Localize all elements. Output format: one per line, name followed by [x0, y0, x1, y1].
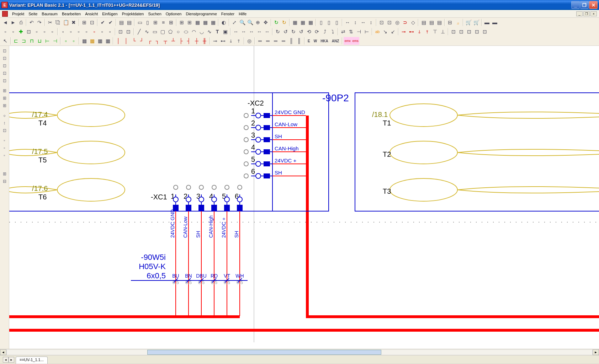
- tool-c5[interactable]: ⊢: [43, 37, 51, 45]
- tool-con1-icon[interactable]: ⊸: [400, 28, 408, 36]
- tool-paste-icon[interactable]: 📋: [62, 18, 70, 26]
- tool-list2-icon[interactable]: ▤: [435, 18, 443, 26]
- tool-cut-icon[interactable]: ✂: [46, 18, 54, 26]
- tool-term2[interactable]: ⊷: [219, 37, 227, 45]
- tool-c2[interactable]: ⊐: [20, 37, 28, 45]
- tool-h2[interactable]: ═: [264, 37, 272, 45]
- tool-poly-icon[interactable]: ⬠: [166, 28, 174, 36]
- tool-r2-12[interactable]: ▫: [90, 28, 98, 36]
- tool-wire-tl[interactable]: ├: [177, 37, 185, 45]
- scroll-left-button[interactable]: ◄: [0, 349, 6, 355]
- tab-next-button[interactable]: ►: [9, 357, 14, 363]
- tool-circle-icon[interactable]: ○: [174, 28, 182, 36]
- tool-con3-icon[interactable]: ⫰: [415, 28, 423, 36]
- tool-h5[interactable]: ║: [287, 37, 295, 45]
- tool-trim-icon[interactable]: ⊢: [363, 28, 371, 36]
- menu-bearbeiten[interactable]: Bearbeiten: [60, 11, 83, 17]
- scroll-right-button[interactable]: ►: [593, 349, 599, 355]
- scroll-track[interactable]: [6, 349, 593, 355]
- side-6[interactable]: ⊞: [1, 87, 9, 94]
- tool-rrect-icon[interactable]: ▢: [159, 28, 166, 36]
- tool-sym3-icon[interactable]: ⊡: [465, 28, 473, 36]
- tool-list-icon[interactable]: ▤: [428, 18, 435, 26]
- tool-r2-3[interactable]: ✚: [17, 28, 25, 36]
- tool-mirror2-icon[interactable]: ⇅: [347, 28, 355, 36]
- tool-con4-icon[interactable]: ⫯: [423, 28, 431, 36]
- tool-r2-6[interactable]: ▫: [41, 28, 48, 36]
- tool-snap4-icon[interactable]: ◇: [409, 18, 417, 26]
- tool-doc3-icon[interactable]: ▯: [333, 18, 341, 26]
- tool-con2-icon[interactable]: ⊷: [408, 28, 415, 36]
- tool-props2-icon[interactable]: ▤: [125, 18, 133, 26]
- tool-pan-icon[interactable]: ✥: [262, 18, 270, 26]
- tool-wire-up[interactable]: │: [115, 37, 122, 45]
- document-tab[interactable]: ==UV-1_1.1...: [16, 357, 48, 364]
- tool-ellipse-icon[interactable]: ⬭: [182, 28, 190, 36]
- menu-ansicht[interactable]: Ansicht: [83, 11, 100, 17]
- tool-wire-tb[interactable]: ┴: [169, 37, 177, 45]
- tool-rot3-icon[interactable]: ↻: [290, 28, 297, 36]
- tool-sym1-icon[interactable]: ⊡: [450, 28, 457, 36]
- tool-undo-icon[interactable]: ↶: [28, 18, 36, 26]
- tool-term3[interactable]: ⫰: [227, 37, 235, 45]
- side-16[interactable]: ⊟: [1, 178, 9, 185]
- tool-r2-10[interactable]: ▫: [75, 28, 83, 36]
- tool-emx-icon[interactable]: emx: [344, 37, 351, 45]
- tool-sym5-icon[interactable]: ⊡: [481, 28, 489, 36]
- tool-c8[interactable]: ▫: [70, 37, 78, 45]
- tool-sym2-icon[interactable]: ⊡: [457, 28, 465, 36]
- tool-grp4[interactable]: ▦: [104, 37, 112, 45]
- tool-pal-icon[interactable]: ▦: [194, 18, 201, 26]
- tool-grp1[interactable]: ▦: [80, 37, 88, 45]
- tool-redo-icon[interactable]: ↷: [36, 18, 43, 26]
- tool-win3-icon[interactable]: ▦: [307, 18, 314, 26]
- tool-text-icon[interactable]: T: [213, 28, 221, 36]
- tool-page-icon[interactable]: ▭: [136, 18, 144, 26]
- tool-r2-5[interactable]: ▫: [33, 28, 41, 36]
- tool-r2-15[interactable]: ⊡: [117, 28, 124, 36]
- tool-con5-icon[interactable]: ⊤: [431, 28, 439, 36]
- menu-fenster[interactable]: Fenster: [219, 11, 237, 17]
- side-5[interactable]: ⊡: [1, 77, 9, 84]
- tool-r2-1[interactable]: ▫: [1, 28, 9, 36]
- tool-ref2-icon[interactable]: ⊡: [88, 18, 96, 26]
- tool-arc-icon[interactable]: ◠: [190, 28, 198, 36]
- tool-prev-icon[interactable]: ◄: [1, 18, 9, 26]
- tool-wire-x[interactable]: ┼: [193, 37, 201, 45]
- tool-bar1-icon[interactable]: ▬: [483, 18, 491, 26]
- schematic-svg[interactable]: /17.4 T4 /17.5 T5 /17.6 T6 /18.1 T1 T2 T…: [9, 46, 599, 342]
- tool-zoomfit-icon[interactable]: ⤢: [230, 18, 238, 26]
- tool-cursor-icon[interactable]: ↖: [1, 37, 9, 45]
- tool-wire-tr[interactable]: ┤: [185, 37, 193, 45]
- menu-seite[interactable]: Seite: [26, 11, 39, 17]
- tool-con6-icon[interactable]: ⊥: [439, 28, 447, 36]
- tool-props-icon[interactable]: ▤: [117, 18, 125, 26]
- tool-target-icon[interactable]: ◎: [245, 37, 253, 45]
- tool-c1[interactable]: ⊏: [12, 37, 20, 45]
- tool-doc2-icon[interactable]: ▯: [325, 18, 333, 26]
- tool-grp3[interactable]: ▦: [96, 37, 104, 45]
- tool-toggle-icon[interactable]: ◐: [220, 18, 228, 26]
- tool-refresh-icon[interactable]: ↻: [272, 18, 280, 26]
- tool-r2-7[interactable]: ▫: [48, 28, 56, 36]
- tool-win2-icon[interactable]: ▦: [299, 18, 307, 26]
- tool-cart2-icon[interactable]: 🛒: [472, 18, 480, 26]
- tool-arrow2-icon[interactable]: ↙: [389, 28, 397, 36]
- menu-hilfe[interactable]: Hilfe: [237, 11, 249, 17]
- tool-polyline-icon[interactable]: ∿: [143, 28, 151, 36]
- menu-optionen[interactable]: Optionen: [164, 11, 184, 17]
- menu-projekt[interactable]: Projekt: [10, 11, 26, 17]
- tool-c6[interactable]: ⊣: [51, 37, 59, 45]
- tool-stat-icon[interactable]: ▤: [420, 18, 428, 26]
- tool-r2-4[interactable]: ⊡: [25, 28, 33, 36]
- tool-arrow-icon[interactable]: ↘: [381, 28, 389, 36]
- tool-rot1-icon[interactable]: ↻: [274, 28, 282, 36]
- tool-pal2-icon[interactable]: ▦: [201, 18, 209, 26]
- tool-ref-icon[interactable]: ⊞: [80, 18, 88, 26]
- tool-d1-icon[interactable]: ↔: [232, 28, 240, 36]
- side-2[interactable]: ⊡: [1, 55, 9, 62]
- tool-spline-icon[interactable]: ∿: [206, 28, 213, 36]
- tool-d2-icon[interactable]: ↔: [240, 28, 248, 36]
- tool-r2-8[interactable]: ▫: [59, 28, 67, 36]
- tool-h1[interactable]: ═: [256, 37, 264, 45]
